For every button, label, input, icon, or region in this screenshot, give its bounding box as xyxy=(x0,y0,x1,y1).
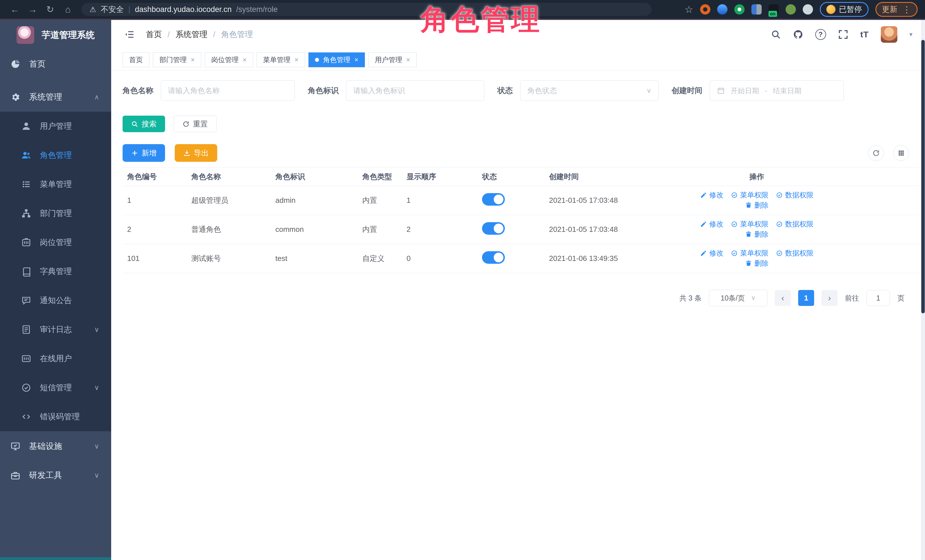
breadcrumb-home[interactable]: 首页 xyxy=(146,29,162,40)
close-icon[interactable]: × xyxy=(294,56,298,64)
profile-paused-chip[interactable]: 已暂停 xyxy=(820,2,869,17)
scrollbar-thumb[interactable] xyxy=(921,40,925,313)
sidebar-item-online-users[interactable]: 在线用户 xyxy=(0,344,111,373)
github-icon[interactable] xyxy=(793,29,803,40)
sidebar-item-error-codes[interactable]: 错误码管理 xyxy=(0,402,111,431)
data-permission-link[interactable]: 数据权限 xyxy=(776,248,814,258)
status-toggle-on[interactable] xyxy=(482,251,505,264)
link-label: 数据权限 xyxy=(785,219,814,229)
goto-page-input[interactable] xyxy=(866,290,890,306)
browser-back-icon[interactable]: ← xyxy=(8,4,22,15)
status-select[interactable]: 角色状态 ∨ xyxy=(520,80,658,101)
search-button[interactable]: 搜索 xyxy=(123,116,165,132)
extensions-puzzle-icon[interactable] xyxy=(803,4,813,15)
export-button[interactable]: 导出 xyxy=(175,144,217,162)
status-toggle-on[interactable] xyxy=(482,193,505,206)
sidebar-item-notice[interactable]: 通知公告 xyxy=(0,286,111,315)
url-host[interactable]: dashboard.yudao.iocoder.cn xyxy=(135,5,232,14)
sidebar-item-sms[interactable]: 短信管理 ∨ xyxy=(0,373,111,402)
role-key-input[interactable]: 请输入角色标识 xyxy=(346,80,484,101)
sidebar-item-users[interactable]: 用户管理 xyxy=(0,112,111,141)
link-label: 删除 xyxy=(754,259,768,268)
menu-permission-link[interactable]: 菜单权限 xyxy=(731,248,768,258)
delete-link[interactable]: 删除 xyxy=(745,230,768,239)
sidebar-item-infrastructure[interactable]: 基础设施 ∨ xyxy=(0,432,111,461)
data-permission-link[interactable]: 数据权限 xyxy=(776,190,814,200)
button-label: 搜索 xyxy=(142,119,157,129)
browser-home-icon[interactable]: ⌂ xyxy=(60,4,75,15)
browser-forward-icon[interactable]: → xyxy=(25,4,40,15)
column-settings-button[interactable] xyxy=(893,145,909,161)
sidebar-item-roles[interactable]: 角色管理 xyxy=(0,141,111,170)
page-unit-label: 页 xyxy=(897,293,904,303)
sidebar-item-departments[interactable]: 部门管理 xyxy=(0,199,111,228)
help-icon[interactable]: ? xyxy=(815,29,826,40)
edit-link[interactable]: 修改 xyxy=(700,219,723,229)
sidebar-item-posts[interactable]: 岗位管理 xyxy=(0,228,111,257)
menu-permission-link[interactable]: 菜单权限 xyxy=(731,190,768,200)
app-logo[interactable]: 芋道管理系统 xyxy=(0,20,111,50)
extension-icon-orange[interactable] xyxy=(700,4,710,15)
font-size-icon[interactable]: tT xyxy=(860,30,869,39)
status-toggle-on[interactable] xyxy=(482,222,505,235)
role-name-input[interactable]: 请输入角色名称 xyxy=(161,80,295,101)
search-icon[interactable] xyxy=(771,29,781,40)
add-button[interactable]: 新增 xyxy=(123,144,165,162)
close-icon[interactable]: × xyxy=(354,56,358,64)
scrollbar-track[interactable] xyxy=(921,20,925,560)
tab-menus[interactable]: 菜单管理 × xyxy=(256,53,305,67)
sidebar-item-dict[interactable]: 字典管理 xyxy=(0,257,111,286)
page-1-button[interactable]: 1 xyxy=(798,290,814,306)
browser-update-chip[interactable]: 更新 ⋮ xyxy=(875,2,917,17)
tab-roles-active[interactable]: 角色管理 × xyxy=(309,53,365,67)
end-date-placeholder[interactable]: 结束日期 xyxy=(773,86,801,95)
close-icon[interactable]: × xyxy=(406,56,410,64)
edit-link[interactable]: 修改 xyxy=(700,248,723,258)
close-icon[interactable]: × xyxy=(191,56,195,64)
sidebar-item-dev-tools[interactable]: 研发工具 ∨ xyxy=(0,461,111,490)
date-range-picker[interactable]: 开始日期 - 结束日期 xyxy=(710,80,844,101)
data-permission-link[interactable]: 数据权限 xyxy=(776,219,814,229)
security-label[interactable]: 不安全 xyxy=(101,4,124,15)
tab-users[interactable]: 用户管理 × xyxy=(368,53,417,67)
hamburger-fold-icon[interactable] xyxy=(124,30,135,39)
bookmark-star-icon[interactable]: ☆ xyxy=(685,4,693,15)
refresh-table-button[interactable] xyxy=(868,145,884,161)
next-page-button[interactable]: › xyxy=(821,290,838,306)
sidebar-item-audit-log[interactable]: 审计日志 ∨ xyxy=(0,315,111,344)
placeholder-text: 角色状态 xyxy=(527,86,557,96)
menu-permission-link[interactable]: 菜单权限 xyxy=(731,219,768,229)
tab-home[interactable]: 首页 xyxy=(123,53,149,67)
monitor-icon xyxy=(10,441,21,452)
sidebar-item-system[interactable]: 系统管理 ∧ xyxy=(0,83,111,112)
extension-icon-blue-gem[interactable] xyxy=(717,4,728,15)
sidebar-item-menus[interactable]: 菜单管理 xyxy=(0,170,111,199)
reset-button[interactable]: 重置 xyxy=(173,116,217,132)
tab-label: 首页 xyxy=(129,55,143,65)
tab-departments[interactable]: 部门管理 × xyxy=(153,53,201,67)
search-form: 角色名称 请输入角色名称 角色标识 请输入角色标识 状态 角色状态 ∨ 创建时间… xyxy=(111,80,925,101)
table-header-row: 角色编号 角色名称 角色标识 角色类型 显示顺序 状态 创建时间 操作 xyxy=(123,168,919,186)
browser-menu-icon[interactable]: ⋮ xyxy=(902,5,911,15)
address-bar[interactable]: ⚠ 不安全 | dashboard.yudao.iocoder.cn/syste… xyxy=(81,3,652,16)
user-avatar[interactable] xyxy=(881,26,897,43)
prev-page-button[interactable]: ‹ xyxy=(775,290,791,306)
start-date-placeholder[interactable]: 开始日期 xyxy=(731,86,759,95)
browser-reload-icon[interactable]: ↻ xyxy=(43,4,57,15)
link-label: 菜单权限 xyxy=(740,190,768,200)
delete-link[interactable]: 删除 xyxy=(745,201,768,210)
close-icon[interactable]: × xyxy=(243,56,247,64)
sidebar-item-home[interactable]: 首页 xyxy=(0,50,111,79)
edit-link[interactable]: 修改 xyxy=(700,190,723,200)
fullscreen-icon[interactable] xyxy=(838,29,848,40)
extension-icon-monkey[interactable] xyxy=(786,4,796,15)
breadcrumb-system[interactable]: 系统管理 xyxy=(176,29,208,40)
delete-link[interactable]: 删除 xyxy=(745,259,768,268)
extension-icon-green[interactable] xyxy=(734,4,744,15)
extension-icon-tampermonkey[interactable]: on xyxy=(768,4,779,15)
extension-icon-translate[interactable] xyxy=(752,4,762,15)
chevron-down-icon[interactable]: ▾ xyxy=(909,31,913,38)
tab-posts[interactable]: 岗位管理 × xyxy=(205,53,253,67)
pencil-icon xyxy=(700,192,707,198)
page-size-select[interactable]: 10条/页 ∨ xyxy=(709,290,767,306)
